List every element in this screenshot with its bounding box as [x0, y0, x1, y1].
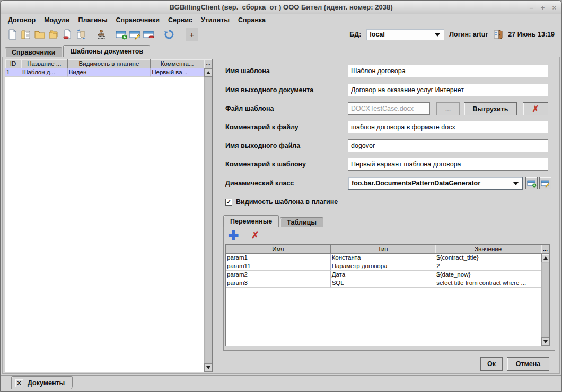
output-file-name-label: Имя выходного файла	[225, 139, 300, 152]
upload-button[interactable]: Выгрузить	[464, 102, 517, 115]
tab-spravochniki-label: Справочники	[12, 49, 55, 56]
col-var-name[interactable]: Имя	[226, 245, 331, 254]
door-exit-icon[interactable]	[493, 29, 503, 40]
close-tab-icon[interactable]: ✕	[15, 379, 23, 387]
db-label: БД:	[349, 31, 361, 38]
scroll-up-icon[interactable]	[541, 254, 549, 262]
ok-button[interactable]: Ок	[480, 357, 503, 371]
table-row[interactable]: param3 SQL select title from contract wh…	[226, 279, 541, 288]
dynamic-class-label: Динамический класс	[225, 177, 294, 190]
window-title: BGBillingClient (вер. сборка от ) ООО Би…	[169, 3, 392, 11]
copy-move-document-icon[interactable]	[74, 28, 88, 41]
col-var-value[interactable]: Значение	[435, 245, 541, 254]
add-variable-icon[interactable]: ✚	[228, 230, 239, 241]
cell-var-type: SQL	[331, 279, 436, 288]
col-var-type[interactable]: Тип	[331, 245, 436, 254]
new-document-icon[interactable]	[5, 28, 19, 41]
col-visibility[interactable]: Видимость в плагине	[68, 59, 151, 68]
dialog-buttons: Ок Отмена	[1, 357, 561, 371]
variables-table-scrollbar[interactable]: ...	[541, 245, 549, 346]
cell-id: 1	[5, 68, 21, 77]
output-file-name-input[interactable]	[348, 139, 548, 152]
cell-var-name: param1	[226, 254, 331, 262]
table-options-button[interactable]: ...	[204, 59, 212, 68]
template-comment-input[interactable]	[348, 158, 548, 171]
cell-var-type: Дата	[331, 271, 436, 279]
cell-var-name: param2	[226, 271, 331, 279]
table-row[interactable]: 1 Шаблон д... Виден Первый ва...	[5, 68, 204, 77]
tab-peremennye[interactable]: Переменные	[223, 215, 279, 227]
visibility-checkbox-row[interactable]: ✓ Видимость шаблона в плагине	[225, 198, 338, 206]
col-name[interactable]: Название ...	[21, 59, 68, 68]
template-file-label: Файл шаблона	[225, 102, 274, 115]
menu-spravochniki[interactable]: Справочники	[112, 15, 163, 25]
cancel-button[interactable]: Отмена	[507, 357, 549, 371]
menu-dogovor[interactable]: Договор	[4, 15, 39, 25]
table-row[interactable]: param2 Дата ${date_now}	[226, 271, 541, 279]
table-row[interactable]: param1 Константа ${contract_title}	[226, 254, 541, 262]
title-bar[interactable]: BGBillingClient (вер. сборка от ) ООО Би…	[1, 1, 561, 14]
col-comment[interactable]: Коммента...	[151, 59, 204, 68]
cell-var-value: 2	[435, 262, 541, 271]
minimize-icon[interactable]: –	[530, 4, 533, 11]
db-select[interactable]: local	[366, 29, 444, 40]
variables-table-empty-area	[226, 288, 541, 346]
scroll-track[interactable]	[541, 262, 549, 337]
add-tab-button[interactable]: +	[186, 28, 198, 41]
window-edit-icon[interactable]	[128, 28, 142, 41]
checkbox-checked-icon[interactable]: ✓	[225, 199, 232, 206]
delete-file-button[interactable]: ✗	[523, 102, 548, 115]
template-name-input[interactable]	[348, 65, 548, 77]
browse-button: ...	[436, 102, 460, 115]
remove-document-icon[interactable]	[60, 28, 74, 41]
template-file-input	[348, 102, 430, 115]
tab-tablicy[interactable]: Таблицы	[280, 217, 323, 227]
tab-dokumenty-label: Документы	[28, 379, 65, 387]
cell-var-name: param3	[226, 279, 331, 288]
menu-bar: Договор Модули Плагины Справочники Серви…	[1, 14, 561, 26]
output-doc-name-input[interactable]	[348, 84, 548, 96]
cell-var-value: ${date_now}	[435, 271, 541, 279]
close-icon[interactable]: ×	[552, 4, 556, 11]
menu-spravka[interactable]: Справка	[234, 15, 269, 25]
edit-class-button[interactable]	[539, 177, 551, 189]
menu-utility[interactable]: Утилиты	[197, 15, 233, 25]
window-add-icon[interactable]	[115, 28, 128, 41]
dynamic-class-select[interactable]: foo.bar.DocumentsPatternDataGenerator	[348, 177, 523, 190]
template-name-label: Имя шаблона	[225, 65, 270, 77]
scroll-up-icon[interactable]	[204, 68, 212, 77]
scroll-down-icon[interactable]	[541, 337, 549, 346]
add-class-button[interactable]	[525, 177, 538, 189]
tab-shablony-dokumentov-label: Шаблоны документов	[70, 48, 143, 55]
menu-plaginy[interactable]: Плагины	[75, 15, 111, 25]
menu-servis[interactable]: Сервис	[164, 15, 196, 25]
table-options-button[interactable]: ...	[541, 245, 549, 254]
app-window: BGBillingClient (вер. сборка от ) ООО Би…	[0, 0, 562, 392]
refresh-icon[interactable]	[162, 28, 176, 41]
file-comment-input[interactable]	[348, 121, 548, 133]
cell-visibility: Виден	[68, 68, 151, 77]
tab-shablony-dokumentov[interactable]: Шаблоны документов	[63, 45, 150, 57]
menu-moduli[interactable]: Модули	[40, 15, 73, 25]
window-add-icon	[527, 179, 537, 188]
templates-table-scrollbar[interactable]: ...	[204, 59, 212, 372]
window-remove-icon[interactable]	[142, 28, 156, 41]
folder-icon[interactable]	[33, 28, 47, 41]
main-tab-bar: Справочники Шаблоны документов	[5, 45, 151, 57]
cell-comment: Первый ва...	[151, 68, 204, 77]
table-row[interactable]: param11 Параметр договора 2	[226, 262, 541, 271]
delete-variable-icon[interactable]: ✗	[251, 230, 259, 241]
cell-var-value: ${contract_title}	[435, 254, 541, 262]
tab-dokumenty[interactable]: ✕ Документы	[11, 376, 73, 389]
scroll-track[interactable]	[204, 77, 212, 363]
maximize-icon[interactable]: +	[541, 4, 545, 11]
cell-name: Шаблон д...	[21, 68, 68, 77]
inner-tab-bar: Переменные Таблицы	[223, 215, 324, 227]
cell-var-value: select title from contract where ...	[435, 279, 541, 288]
stamp-icon[interactable]	[94, 28, 108, 41]
tab-spravochniki[interactable]: Справочники	[5, 47, 62, 57]
folders-icon[interactable]	[47, 28, 60, 41]
open-document-icon[interactable]	[19, 28, 33, 41]
col-id[interactable]: ID	[5, 59, 21, 68]
cell-var-type: Константа	[331, 254, 436, 262]
